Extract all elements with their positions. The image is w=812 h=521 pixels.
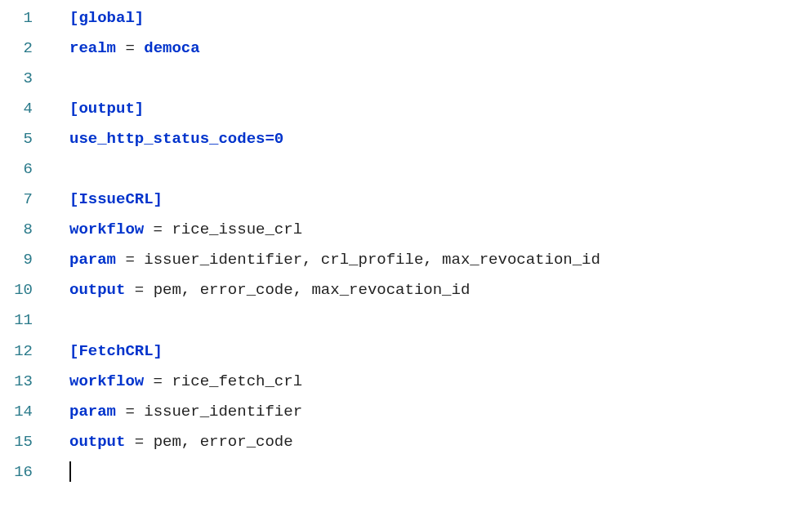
token-val: issuer_identifier, crl_profile, max_revo… bbox=[144, 251, 600, 269]
line-number: 2 bbox=[0, 33, 33, 64]
line-number: 1 bbox=[0, 3, 33, 33]
token-eq: = bbox=[144, 372, 172, 390]
token-key: workflow bbox=[69, 220, 144, 238]
line-number: 6 bbox=[0, 154, 33, 185]
line-number: 13 bbox=[0, 367, 33, 397]
token-val: pem, error_code bbox=[154, 433, 293, 451]
code-line[interactable]: workflow = rice_fetch_crl bbox=[69, 367, 812, 397]
text-cursor bbox=[69, 461, 71, 482]
token-key: output bbox=[69, 281, 125, 299]
line-number: 5 bbox=[0, 124, 33, 154]
token-eq: = bbox=[116, 251, 144, 269]
code-line[interactable]: [FetchCRL] bbox=[69, 336, 812, 367]
code-line[interactable] bbox=[69, 154, 812, 185]
code-line[interactable]: workflow = rice_issue_crl bbox=[69, 215, 812, 245]
token-section: [output] bbox=[69, 100, 144, 118]
line-number: 4 bbox=[0, 94, 33, 124]
token-key: param bbox=[69, 403, 116, 421]
line-number: 15 bbox=[0, 427, 33, 457]
code-line[interactable]: output = pem, error_code, max_revocation… bbox=[69, 275, 812, 305]
token-val: issuer_identifier bbox=[144, 403, 302, 421]
code-line[interactable]: param = issuer_identifier, crl_profile, … bbox=[69, 245, 812, 275]
line-number: 3 bbox=[0, 64, 33, 94]
code-editor[interactable]: [global]realm = democa [output]use_http_… bbox=[45, 0, 812, 488]
line-number: 14 bbox=[0, 397, 33, 427]
token-val: rice_fetch_crl bbox=[172, 372, 302, 390]
token-key: realm bbox=[69, 39, 116, 57]
token-eq: = bbox=[125, 281, 153, 299]
token-eq: = bbox=[116, 39, 144, 57]
line-number: 12 bbox=[0, 336, 33, 367]
token-key: output bbox=[69, 433, 125, 451]
token-section: [IssueCRL] bbox=[69, 190, 163, 208]
token-key: param bbox=[69, 251, 116, 269]
code-line[interactable]: param = issuer_identifier bbox=[69, 397, 812, 427]
token-section: [global] bbox=[69, 9, 144, 27]
line-number: 7 bbox=[0, 185, 33, 215]
code-line[interactable]: [global] bbox=[69, 3, 812, 33]
token-section: [FetchCRL] bbox=[69, 342, 163, 360]
line-number: 16 bbox=[0, 457, 33, 488]
line-number: 10 bbox=[0, 275, 33, 305]
token-key: democa bbox=[144, 39, 199, 57]
line-number-gutter: 12345678910111213141516 bbox=[0, 0, 45, 488]
code-line[interactable] bbox=[69, 457, 812, 488]
token-val: rice_issue_crl bbox=[172, 220, 302, 238]
line-number: 9 bbox=[0, 245, 33, 275]
code-line[interactable]: [output] bbox=[69, 94, 812, 124]
token-eq: = bbox=[116, 403, 144, 421]
line-number: 11 bbox=[0, 305, 33, 336]
token-val: pem, error_code, max_revocation_id bbox=[154, 281, 471, 299]
token-key: workflow bbox=[69, 372, 144, 390]
code-line[interactable]: use_http_status_codes=0 bbox=[69, 124, 812, 154]
token-eq: = bbox=[125, 433, 153, 451]
token-eq: = bbox=[144, 220, 172, 238]
code-line[interactable]: realm = democa bbox=[69, 33, 812, 64]
code-line[interactable]: output = pem, error_code bbox=[69, 427, 812, 457]
line-number: 8 bbox=[0, 215, 33, 245]
token-key: use_http_status_codes=0 bbox=[69, 130, 283, 148]
code-line[interactable] bbox=[69, 64, 812, 94]
code-line[interactable]: [IssueCRL] bbox=[69, 185, 812, 215]
code-line[interactable] bbox=[69, 305, 812, 336]
